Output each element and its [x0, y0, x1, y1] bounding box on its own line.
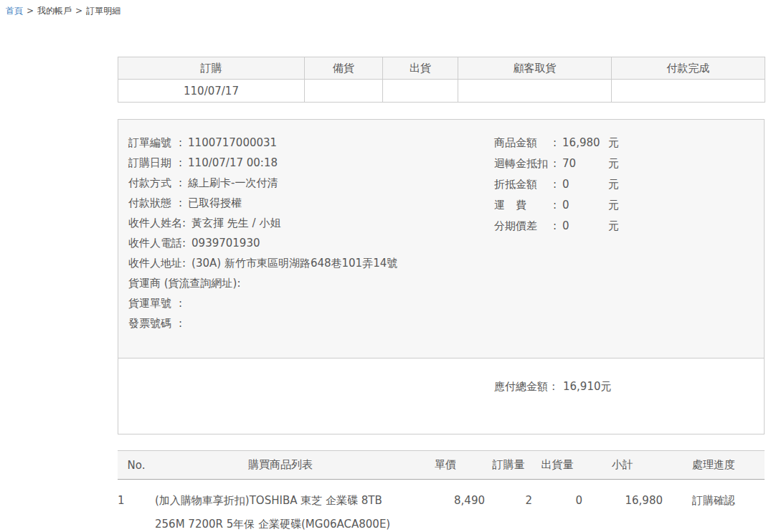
product-header-no: No. — [118, 451, 155, 480]
colon: : — [553, 199, 557, 212]
order-total-section: 應付總金額：16,910元 — [118, 358, 764, 434]
colon: : — [182, 257, 186, 270]
order-number-value: 1100717000031 — [188, 136, 277, 149]
status-value-pickup — [458, 80, 612, 103]
total-amount-value: 16,910元 — [563, 380, 612, 393]
order-info-row-tracking-number: 貨運單號: — [128, 293, 764, 313]
breadcrumb-separator: > — [75, 6, 82, 16]
breadcrumb-item-current: 訂單明細 — [86, 6, 120, 16]
currency-unit: 元 — [608, 199, 619, 212]
recipient-phone-value: 0939701930 — [191, 237, 260, 250]
rebate-value: 70 — [562, 153, 608, 174]
product-header-name: 購買商品列表 — [155, 451, 406, 480]
product-table: No. 購買商品列表 單價 訂購量 出貨量 小計 處理進度 1 (加入購物車享折… — [118, 450, 765, 532]
amount-row-discount: 折抵金額:0元 — [494, 174, 619, 195]
product-table-header-row: No. 購買商品列表 單價 訂購量 出貨量 小計 處理進度 — [118, 451, 765, 480]
product-unit-price: 8,490 — [406, 480, 485, 532]
order-info-label: 貨運商 (貨流查詢網址) — [128, 273, 237, 293]
discount-value: 0 — [562, 174, 608, 195]
order-info-row-carrier: 貨運商 (貨流查詢網址): — [128, 273, 764, 293]
currency-unit: 元 — [608, 157, 619, 170]
product-status: 訂購確認 — [663, 480, 765, 532]
order-date-value: 110/07/17 00:18 — [188, 156, 278, 169]
breadcrumb-separator: > — [27, 6, 34, 16]
order-info-label: 付款方式 — [128, 173, 179, 193]
payment-method-value: 線上刷卡-一次付清 — [188, 176, 278, 189]
order-info-row-recipient-phone: 收件人電話:0939701930 — [128, 233, 764, 253]
shipping-fee-value: 0 — [562, 195, 608, 216]
order-info-label: 發票號碼 — [128, 313, 179, 333]
order-info-panel: 訂單編號:1100717000031 訂購日期:110/07/17 00:18 … — [118, 119, 765, 434]
breadcrumb-item-account: 我的帳戶 — [37, 6, 72, 16]
order-info-row-payment-status: 付款狀態:已取得授權 — [128, 193, 764, 213]
item-amount-value: 16,980 — [562, 133, 608, 153]
breadcrumb: 首頁>我的帳戶>訂單明細 — [6, 5, 120, 17]
order-amounts: 商品金額:16,980元 迴轉金抵扣:70元 折抵金額:0元 運 費:0元 分期… — [494, 133, 619, 237]
status-value-paid — [612, 80, 765, 103]
order-info-row-recipient-address: 收件人地址:(30A) 新竹市東區明湖路648巷101弄14號 — [128, 253, 764, 273]
amount-row-items: 商品金額:16,980元 — [494, 133, 619, 153]
product-header-ship-qty: 出貨量 — [532, 451, 582, 480]
product-header-unit-price: 單價 — [406, 451, 485, 480]
status-header-preparing: 備貨 — [305, 57, 383, 80]
order-info-label: 貨運單號 — [128, 293, 179, 313]
colon: : — [553, 219, 557, 232]
order-info-row-payment-method: 付款方式:線上刷卡-一次付清 — [128, 173, 764, 193]
order-info-label: 訂單編號 — [128, 133, 179, 153]
recipient-address-value: (30A) 新竹市東區明湖路648巷101弄14號 — [191, 257, 397, 270]
status-header-ordered: 訂購 — [118, 57, 305, 80]
product-header-status: 處理進度 — [663, 451, 765, 480]
currency-unit: 元 — [608, 178, 619, 191]
order-info-main: 訂單編號:1100717000031 訂購日期:110/07/17 00:18 … — [118, 120, 764, 358]
amount-label: 迴轉金抵扣 — [494, 153, 553, 174]
order-detail-page: 訂購 備貨 出貨 顧客取貨 付款完成 110/07/17 訂單編號:110071… — [118, 57, 765, 532]
status-value-row: 110/07/17 — [118, 80, 765, 103]
amount-label: 折抵金額 — [494, 174, 553, 195]
order-status-table: 訂購 備貨 出貨 顧客取貨 付款完成 110/07/17 — [118, 57, 765, 103]
status-value-preparing — [305, 80, 383, 103]
amount-label: 運 費 — [494, 195, 553, 216]
order-info-label: 訂購日期 — [128, 153, 179, 173]
order-info-row-invoice-number: 發票號碼: — [128, 313, 764, 333]
colon: : — [179, 317, 182, 330]
product-order-qty: 2 — [485, 480, 532, 532]
amount-label: 商品金額 — [494, 133, 553, 153]
colon: : — [553, 178, 557, 191]
payment-status-value: 已取得授權 — [188, 196, 242, 209]
order-info-row-order-number: 訂單編號:1100717000031 — [128, 133, 764, 153]
status-value-ordered: 110/07/17 — [118, 80, 305, 103]
product-no: 1 — [118, 480, 155, 532]
product-header-order-qty: 訂購量 — [485, 451, 532, 480]
colon: : — [237, 277, 240, 290]
colon: : — [179, 156, 182, 169]
status-header-shipped: 出貨 — [383, 57, 458, 80]
amount-label: 分期價差 — [494, 216, 553, 237]
amount-row-installment-diff: 分期價差:0元 — [494, 216, 619, 237]
colon: : — [182, 217, 186, 229]
currency-unit: 元 — [608, 219, 619, 232]
breadcrumb-home-link[interactable]: 首頁 — [6, 6, 23, 16]
total-amount-label: 應付總金額： — [494, 380, 559, 393]
order-info-label: 收件人地址 — [128, 253, 182, 273]
product-header-subtotal: 小計 — [582, 451, 663, 480]
product-name: (加入購物車享折扣)TOSHIBA 東芝 企業碟 8TB 256M 7200R … — [155, 480, 406, 532]
order-info-label: 收件人電話 — [128, 233, 182, 253]
colon: : — [182, 237, 186, 250]
amount-row-rebate: 迴轉金抵扣:70元 — [494, 153, 619, 174]
product-ship-qty: 0 — [532, 480, 582, 532]
recipient-name-value: 黃玄揮 先生 / 小姐 — [191, 217, 280, 229]
order-info-label: 收件人姓名 — [128, 213, 182, 233]
colon: : — [553, 136, 557, 149]
colon: : — [179, 297, 182, 310]
status-header-paid: 付款完成 — [612, 57, 765, 80]
colon: : — [179, 196, 182, 209]
product-subtotal: 16,980 — [582, 480, 663, 532]
status-header-row: 訂購 備貨 出貨 顧客取貨 付款完成 — [118, 57, 765, 80]
installment-diff-value: 0 — [562, 216, 608, 237]
amount-row-shipping-fee: 運 費:0元 — [494, 195, 619, 216]
order-info-row-order-date: 訂購日期:110/07/17 00:18 — [128, 153, 764, 173]
status-value-shipped — [383, 80, 458, 103]
product-row: 1 (加入購物車享折扣)TOSHIBA 東芝 企業碟 8TB 256M 7200… — [118, 480, 765, 532]
colon: : — [553, 157, 557, 170]
order-info-row-recipient-name: 收件人姓名:黃玄揮 先生 / 小姐 — [128, 213, 764, 233]
